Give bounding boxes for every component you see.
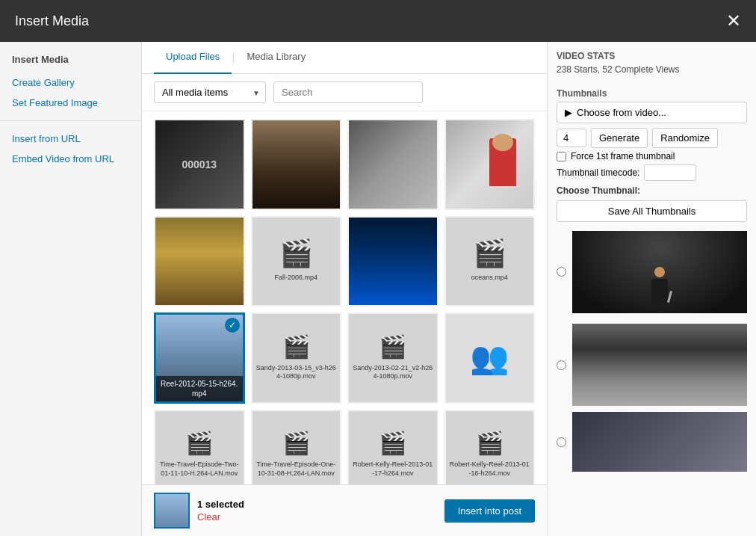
clear-selection-link[interactable]: Clear [197,511,244,523]
selected-info: 1 selected Clear [154,493,244,529]
thumbnails-label: Thumbnails [557,88,747,99]
media-filename: Fall-2006.mp4 [271,272,320,284]
sidebar-nav: Create Gallery Set Featured Image [0,73,141,113]
generate-button[interactable]: Generate [591,128,648,148]
list-item[interactable]: 🎬 Sandy-2013-03-15_v3-h264-1080p.mov [251,312,342,404]
modal-header: Insert Media ✕ [0,0,756,42]
list-item[interactable] [154,216,245,307]
force-frame-label: Force 1st frame thumbnail [571,151,675,161]
choose-video-label: Choose from video... [577,107,666,118]
generate-count-input[interactable] [557,129,586,147]
sidebar-item-create-gallery[interactable]: Create Gallery [0,73,141,93]
media-filename: oceans.mp4 [468,272,511,284]
list-item[interactable]: 🎬 Robert-Kelly-Reel-2013-01-17-h264.mov [347,410,439,485]
save-all-thumbnails-button[interactable]: Save All Thumbnails [557,200,747,222]
list-item[interactable]: 👥 [444,312,536,404]
sidebar: Insert Media Create Gallery Set Featured… [0,42,142,536]
modal-overlay: Insert Media ✕ Insert Media Create Galle… [0,0,756,536]
tab-upload[interactable]: Upload Files [154,42,232,74]
selected-thumbnail-preview [154,493,190,529]
sidebar-title: Insert Media [0,54,141,73]
media-filter-select[interactable]: All media items Images Videos [154,81,266,103]
play-icon: ▶ [565,107,572,118]
list-item[interactable]: 🎬 Time-Travel-Episode-One-10-31-08-H.264… [251,410,342,485]
thumbnail-radio-1[interactable] [557,267,566,277]
video-stats-text: 238 Starts, 52 Complete Views [557,64,747,75]
sidebar-item-set-featured[interactable]: Set Featured Image [0,93,141,113]
thumbnails-section: Thumbnails ▶ Choose from video... Genera… [557,82,747,472]
sidebar-item-insert-url[interactable]: Insert from URL [0,129,141,149]
timecode-row: Thumbnail timecode: [557,164,747,181]
video-stats-label: Video Stats [557,51,747,61]
list-item[interactable]: 🎬 Robert-Kelly-Reel-2013-01-16-h264.mov [444,410,536,485]
list-item[interactable] [444,119,536,210]
timecode-label: Thumbnail timecode: [557,167,639,178]
thumbnail-radio-3[interactable] [557,437,566,447]
close-button[interactable]: ✕ [726,12,741,30]
toolbar: All media items Images Videos ▼ [142,74,547,111]
filter-select-wrap: All media items Images Videos ▼ [154,81,266,103]
list-item[interactable] [251,119,342,210]
sidebar-item-embed-video[interactable]: Embed Video from URL [0,149,141,169]
modal-title: Insert Media [15,13,89,29]
force-frame-checkbox[interactable] [557,152,566,161]
choose-thumbnail-label: Choose Thumbnail: [557,185,747,196]
modal-body: Insert Media Create Gallery Set Featured… [0,42,756,536]
media-filename: Sandy-2013-02-21_v2-h264-1080p.mov [349,363,437,383]
insert-media-modal: Insert Media ✕ Insert Media Create Galle… [0,0,756,536]
generate-row: Generate Randomize [557,128,747,148]
choose-from-video-button[interactable]: ▶ Choose from video... [557,102,747,123]
insert-into-post-button[interactable]: Insert into post [444,499,535,523]
list-item[interactable]: 🎬 oceans.mp4 [444,216,536,307]
list-item[interactable]: 000013 [154,119,245,210]
bottom-bar: 1 selected Clear Insert into post [142,484,547,536]
thumbnail-radio-2[interactable] [557,360,566,370]
randomize-button[interactable]: Randomize [652,128,718,148]
list-item[interactable]: 🎬 Sandy-2013-02-21_v2-h264-1080p.mov [347,312,439,404]
selected-checkmark: ✓ [225,318,240,333]
media-filename: Robert-Kelly-Reel-2013-01-16-h264.mov [446,459,534,479]
tabs-bar: Upload Files | Media Library [142,42,547,74]
force-frame-row: Force 1st frame thumbnail [557,151,747,161]
selected-count: 1 selected [197,499,244,510]
media-filename: Robert-Kelly-Reel-2013-01-17-h264.mov [349,459,437,479]
media-grid: 000013 [154,119,535,484]
list-item[interactable]: 🎬 Fall-2006.mp4 [251,216,342,307]
list-item[interactable] [347,216,439,307]
media-filename: Sandy-2013-03-15_v3-h264-1080p.mov [252,363,341,383]
video-stats-section: Video Stats 238 Starts, 52 Complete View… [557,51,747,75]
list-item[interactable] [347,119,439,210]
tab-library[interactable]: Media Library [235,42,317,74]
media-filename: Time-Travel-Episode-Two-01-11-10-H.264-L… [155,459,244,479]
list-item[interactable]: Reel-2012-05-15-h264.mp4 ✓ [154,312,245,404]
sidebar-secondary-nav: Insert from URL Embed Video from URL [0,129,141,169]
media-filename: Time-Travel-Episode-One-10-31-08-H.264-L… [252,459,341,479]
media-filename: Reel-2012-05-15-h264.mp4 [156,376,243,401]
right-panel: Video Stats 238 Starts, 52 Complete View… [547,42,756,536]
search-input[interactable] [273,81,423,103]
main-content: Upload Files | Media Library All media i… [142,42,547,536]
list-item[interactable]: 🎬 Time-Travel-Episode-Two-01-11-10-H.264… [154,410,245,485]
sidebar-divider [0,120,141,121]
timecode-input[interactable] [644,164,696,181]
media-grid-container[interactable]: 000013 [142,111,547,484]
